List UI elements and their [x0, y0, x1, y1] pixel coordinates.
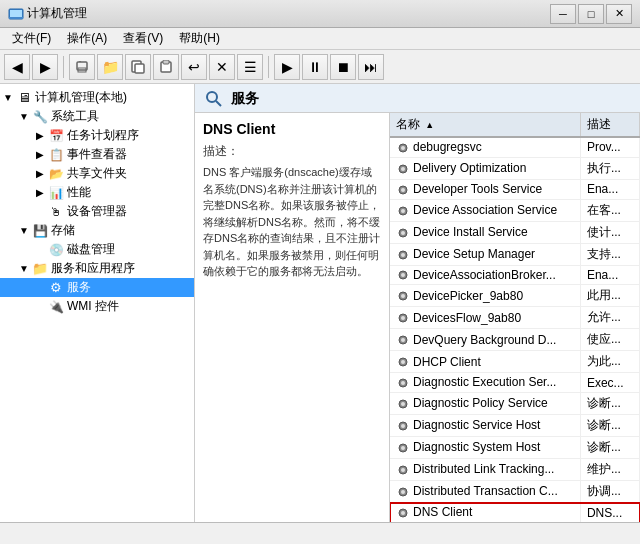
tree-system-tools[interactable]: ▼ 系统工具	[0, 107, 194, 126]
toolbar-sep2	[268, 56, 269, 78]
menu-view[interactable]: 查看(V)	[115, 28, 171, 49]
expand-services-apps[interactable]: ▼	[16, 261, 32, 277]
service-desc-cell: Ena...	[580, 179, 639, 199]
maximize-button[interactable]: □	[578, 4, 604, 24]
table-row[interactable]: DevicePicker_9ab80此用...	[390, 285, 640, 307]
storage-label: 存储	[51, 222, 75, 239]
service-name-text: Diagnostic Execution Ser...	[413, 375, 556, 389]
svg-line-11	[216, 101, 221, 106]
table-row[interactable]: DevQuery Background D...使应...	[390, 329, 640, 351]
service-desc-cell: 支持...	[580, 243, 639, 265]
expand-event[interactable]: ▶	[32, 147, 48, 163]
service-desc-cell: 使计...	[580, 221, 639, 243]
disk-label: 磁盘管理	[67, 241, 115, 258]
minimize-button[interactable]: ─	[550, 4, 576, 24]
service-name-cell: DHCP Client	[390, 351, 580, 373]
storage-icon	[32, 223, 48, 239]
tree-wmi[interactable]: ▶ WMI 控件	[0, 297, 194, 316]
table-row[interactable]: DevicesFlow_9ab80允许...	[390, 307, 640, 329]
table-row[interactable]: Diagnostic Policy Service诊断...	[390, 393, 640, 415]
folder-icon	[32, 261, 48, 277]
svg-point-31	[401, 338, 405, 342]
col-name[interactable]: 名称 ▲	[390, 113, 580, 137]
expand-system-tools[interactable]: ▼	[16, 109, 32, 125]
close-button[interactable]: ✕	[606, 4, 632, 24]
table-row[interactable]: Diagnostic System Host诊断...	[390, 437, 640, 459]
tree-root[interactable]: ▼ 计算机管理(本地)	[0, 88, 194, 107]
tree-device-manager[interactable]: ▶ 设备管理器	[0, 202, 194, 221]
menu-file[interactable]: 文件(F)	[4, 28, 59, 49]
menu-help[interactable]: 帮助(H)	[171, 28, 228, 49]
table-row[interactable]: Device Association Service在客...	[390, 199, 640, 221]
svg-point-43	[401, 468, 405, 472]
forward-button[interactable]: ▶	[32, 54, 58, 80]
paste-button[interactable]	[153, 54, 179, 80]
table-row[interactable]: DeviceAssociationBroker...Ena...	[390, 265, 640, 285]
table-row[interactable]: Distributed Link Tracking...维护...	[390, 459, 640, 481]
properties-button[interactable]: ☰	[237, 54, 263, 80]
service-desc-cell: 诊断...	[580, 415, 639, 437]
service-name-text: debugregsvc	[413, 140, 482, 154]
calendar-icon	[48, 128, 64, 144]
pause-button[interactable]: ⏸	[302, 54, 328, 80]
tree-services[interactable]: ▶ 服务	[0, 278, 194, 297]
table-row[interactable]: Device Install Service使计...	[390, 221, 640, 243]
stop-button[interactable]: ⏹	[330, 54, 356, 80]
task-label: 任务计划程序	[67, 127, 139, 144]
service-name-text: Device Install Service	[413, 225, 528, 239]
col-desc[interactable]: 描述	[580, 113, 639, 137]
svg-point-45	[401, 490, 405, 494]
share-icon	[48, 166, 64, 182]
tree-performance[interactable]: ▶ 性能	[0, 183, 194, 202]
desc-service-name: DNS Client	[203, 121, 381, 137]
table-row[interactable]: Developer Tools ServiceEna...	[390, 179, 640, 199]
search-icon	[205, 90, 223, 108]
restart-button[interactable]: ⏭	[358, 54, 384, 80]
expand-task[interactable]: ▶	[32, 128, 48, 144]
svg-point-19	[401, 209, 405, 213]
right-panel: 服务 DNS Client 描述： DNS 客户端服务(dnscache)缓存域…	[195, 84, 640, 522]
folder-button[interactable]: 📁	[97, 54, 123, 80]
services-panel-title: 服务	[231, 90, 259, 108]
table-row[interactable]: DNS ClientDNS...	[390, 503, 640, 522]
tree-services-apps[interactable]: ▼ 服务和应用程序	[0, 259, 194, 278]
sort-arrow: ▲	[425, 120, 434, 130]
window-icon	[8, 6, 24, 22]
table-row[interactable]: Distributed Transaction C...协调...	[390, 481, 640, 503]
svg-point-25	[401, 273, 405, 277]
tree-disk-management[interactable]: ▶ 磁盘管理	[0, 240, 194, 259]
delete-button[interactable]: ✕	[209, 54, 235, 80]
wmi-label: WMI 控件	[67, 298, 119, 315]
up-button[interactable]	[69, 54, 95, 80]
service-desc-cell: Prov...	[580, 137, 639, 157]
service-desc-cell: 协调...	[580, 481, 639, 503]
table-row[interactable]: Delivery Optimization执行...	[390, 157, 640, 179]
main-content: ▼ 计算机管理(本地) ▼ 系统工具 ▶ 任务计划程序 ▶ 事件查看器	[0, 84, 640, 522]
table-row[interactable]: Device Setup Manager支持...	[390, 243, 640, 265]
tree-storage[interactable]: ▼ 存储	[0, 221, 194, 240]
services-list-panel[interactable]: 名称 ▲ 描述 debugregsvcProv...Delivery Optim…	[390, 113, 640, 522]
service-name-text: Developer Tools Service	[413, 182, 542, 196]
service-name-cell: DevicePicker_9ab80	[390, 285, 580, 307]
undo-button[interactable]: ↩	[181, 54, 207, 80]
tree-event-viewer[interactable]: ▶ 事件查看器	[0, 145, 194, 164]
tree-shared-folder[interactable]: ▶ 共享文件夹	[0, 164, 194, 183]
expand-perf[interactable]: ▶	[32, 185, 48, 201]
table-row[interactable]: Diagnostic Service Host诊断...	[390, 415, 640, 437]
play-button[interactable]: ▶	[274, 54, 300, 80]
menu-action[interactable]: 操作(A)	[59, 28, 115, 49]
copy-button[interactable]	[125, 54, 151, 80]
service-name-cell: debugregsvc	[390, 137, 580, 157]
expand-share[interactable]: ▶	[32, 166, 48, 182]
tree-task-scheduler[interactable]: ▶ 任务计划程序	[0, 126, 194, 145]
expand-storage[interactable]: ▼	[16, 223, 32, 239]
svg-point-21	[401, 231, 405, 235]
table-row[interactable]: debugregsvcProv...	[390, 137, 640, 157]
table-row[interactable]: DHCP Client为此...	[390, 351, 640, 373]
svg-point-27	[401, 294, 405, 298]
back-button[interactable]: ◀	[4, 54, 30, 80]
expand-root[interactable]: ▼	[0, 90, 16, 106]
service-name-text: DevicesFlow_9ab80	[413, 311, 521, 325]
service-desc-cell: 在客...	[580, 199, 639, 221]
table-row[interactable]: Diagnostic Execution Ser...Exec...	[390, 373, 640, 393]
